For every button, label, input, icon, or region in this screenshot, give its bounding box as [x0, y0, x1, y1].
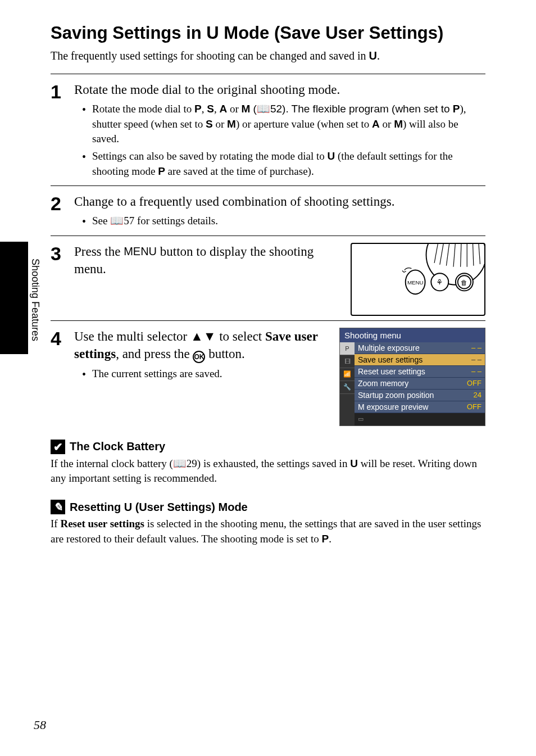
- bullet-list: The current settings are saved.: [74, 366, 328, 382]
- svg-line-7: [473, 244, 474, 266]
- text: ,: [214, 103, 220, 115]
- u-mode-icon: U: [327, 150, 335, 162]
- divider: [51, 236, 485, 236]
- menu-button-icon: MENU: [407, 279, 424, 286]
- divider: [51, 74, 485, 74]
- svg-line-4: [453, 244, 456, 267]
- menu-button-label: MENU: [124, 245, 157, 257]
- step-1: 1 Rotate the mode dial to the original s…: [51, 81, 485, 181]
- delete-icon: 🗑: [461, 279, 467, 286]
- page-root: Shooting Features Saving Settings in U M…: [0, 0, 536, 756]
- text: or: [213, 118, 227, 130]
- menu-value: OFF: [467, 402, 482, 411]
- camera-back-panel: MENU ⚘ 🗑: [351, 243, 485, 316]
- step-4: 4 Use the multi selector ▲▼ to select Sa…: [51, 328, 485, 426]
- shooting-menu-preview: Shooting menu P 🎞 📶 🔧 Multiple exposure–…: [339, 328, 485, 426]
- step-number: 2: [51, 193, 74, 231]
- menu-label: M exposure preview: [358, 402, 428, 411]
- title-part1: Saving Settings in: [51, 23, 206, 43]
- text: or: [380, 118, 394, 130]
- step-text-col: Use the multi selector ▲▼ to select Save…: [74, 328, 328, 384]
- text: (User Settings) Mode: [132, 501, 248, 513]
- tab-p-icon: P: [340, 342, 355, 355]
- text: If the internal clock battery (📖29) is e…: [51, 458, 350, 469]
- menu-row-highlighted: Save user settings– –: [355, 354, 485, 366]
- u-mode-icon: U: [124, 501, 132, 513]
- step-body: Change to a frequently used combination …: [74, 193, 485, 231]
- list-item: Rotate the mode dial to P, S, A or M (📖5…: [84, 102, 485, 147]
- bullet-list: See 📖57 for settings details.: [74, 214, 485, 229]
- step-heading: Rotate the mode dial to the original sho…: [74, 81, 485, 98]
- svg-line-5: [461, 244, 462, 267]
- m-mode-icon: M: [227, 118, 236, 130]
- menu-value: – –: [471, 355, 482, 364]
- text: button.: [205, 347, 244, 361]
- side-section-label: Shooting Features: [29, 259, 41, 341]
- p-mode-icon: P: [158, 165, 165, 177]
- text: Use the multi selector: [74, 329, 190, 343]
- text: to select: [216, 329, 265, 343]
- text: or: [227, 103, 241, 115]
- menu-value: OFF: [467, 379, 482, 388]
- note-body: If Reset user settings is selected in th…: [51, 517, 485, 546]
- step-number: 3: [51, 243, 74, 316]
- tab-setup-icon: 🔧: [340, 381, 355, 394]
- reset-user-settings-label: Reset user settings: [60, 518, 144, 529]
- menu-list: Multiple exposure– – Save user settings–…: [355, 342, 485, 425]
- menu-label: Multiple exposure: [358, 343, 420, 352]
- list-item: See 📖57 for settings details.: [84, 214, 485, 229]
- menu-label: Reset user settings: [358, 367, 425, 376]
- up-down-icon: ▲▼: [190, 329, 216, 343]
- step-2: 2 Change to a frequently used combinatio…: [51, 193, 485, 231]
- step-3: 3 Press the MENU button to display the s…: [51, 243, 485, 316]
- menu-value: – –: [471, 367, 482, 376]
- macro-icon: ⚘: [436, 278, 443, 287]
- list-item: The current settings are saved.: [84, 366, 328, 382]
- svg-line-1: [434, 244, 440, 263]
- menu-value: – –: [471, 343, 482, 352]
- title-part2: Mode (Save User Settings): [219, 23, 444, 43]
- note-title: Resetting U (User Settings) Mode: [70, 501, 248, 514]
- menu-label: Startup zoom position: [358, 391, 434, 400]
- menu-footer: ▭: [355, 413, 485, 425]
- camera-svg: MENU ⚘ 🗑: [352, 244, 484, 315]
- note-title: The Clock Battery: [70, 440, 165, 453]
- u-mode-icon: U: [369, 49, 377, 62]
- list-item: Settings can also be saved by rotating t…: [84, 149, 485, 179]
- text: Press the: [74, 245, 124, 259]
- intro-text: The frequently used settings for shootin…: [51, 48, 485, 64]
- check-box-icon: ✔: [51, 440, 65, 454]
- text: Settings can also be saved by rotating t…: [92, 150, 327, 162]
- shooting-menu-title: Shooting menu: [340, 328, 485, 342]
- svg-line-2: [440, 244, 446, 265]
- step-heading: Change to a frequently used combination …: [74, 193, 485, 210]
- u-mode-icon: U: [206, 23, 219, 43]
- text: Rotate the mode dial to: [92, 103, 194, 115]
- bullet-list: Rotate the mode dial to P, S, A or M (📖5…: [74, 102, 485, 179]
- menu-value: 24: [474, 391, 482, 400]
- side-tab: [0, 242, 28, 354]
- menu-row: Zoom memoryOFF: [355, 378, 485, 390]
- tab-movie-icon: 🎞: [340, 355, 355, 368]
- p-mode-icon: P: [453, 103, 460, 115]
- menu-row: Multiple exposure– –: [355, 342, 485, 354]
- s-mode-icon: S: [206, 118, 213, 130]
- menu-row: Reset user settings– –: [355, 366, 485, 378]
- menu-row: M exposure previewOFF: [355, 401, 485, 413]
- note-body: If the internal clock battery (📖29) is e…: [51, 456, 485, 486]
- camera-illustration: MENU ⚘ 🗑: [351, 243, 485, 316]
- s-mode-icon: S: [207, 103, 214, 115]
- ok-button-icon: OK: [193, 351, 205, 363]
- page-ref-icon: (📖52). The flexible program (when set to: [250, 103, 453, 115]
- text: are saved at the time of purchase).: [165, 165, 314, 177]
- step-body: Use the multi selector ▲▼ to select Save…: [74, 328, 485, 426]
- a-mode-icon: A: [219, 103, 227, 115]
- divider: [51, 320, 485, 321]
- note-heading: ✎ Resetting U (User Settings) Mode: [51, 500, 485, 514]
- note-heading: ✔ The Clock Battery: [51, 440, 485, 454]
- text: ) or aperture value (when set to: [236, 118, 372, 130]
- step-number: 1: [51, 81, 74, 181]
- text: , and press the: [116, 347, 193, 361]
- page-number: 58: [34, 718, 46, 732]
- intro-part2: .: [377, 49, 380, 62]
